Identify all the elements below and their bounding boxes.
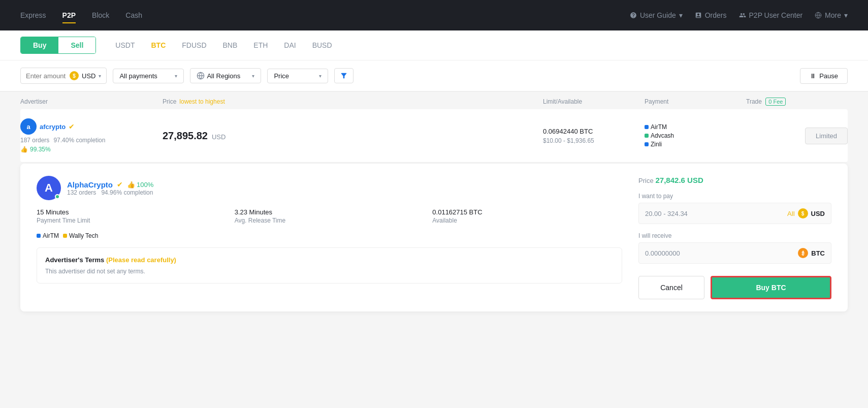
currency-chevron-icon[interactable]: ▾ — [99, 73, 101, 79]
header-trade: Trade 0 Fee — [746, 98, 848, 105]
nav-cash[interactable]: Cash — [125, 7, 142, 23]
payment-dot-zinli — [645, 142, 649, 146]
cancel-button[interactable]: Cancel — [638, 276, 704, 299]
expanded-verified-icon: ✔ — [117, 180, 123, 189]
advertiser-info-1: a afcrypto ✔ 187 orders 97.40% completio… — [20, 118, 163, 153]
exp-payment-airtm: AirTM — [43, 232, 59, 239]
payment-list-1: AirTM Advcash Zinli — [645, 123, 746, 148]
payment-dot-airtm — [645, 125, 649, 129]
buy-btc-button[interactable]: Buy BTC — [711, 276, 831, 299]
terms-title: Advertiser's Terms — [45, 256, 104, 264]
tab-fdusd[interactable]: FDUSD — [175, 38, 213, 52]
terms-read-label: (Please read carefully) — [106, 256, 176, 264]
expanded-row-alphacrypto: A AlphaCrypto ✔ 👍 100% — [20, 164, 848, 311]
sort-label: lowest to highest — [179, 98, 224, 105]
globe-filter-icon — [197, 72, 205, 80]
main-content: Advertiser Price lowest to highest Limit… — [0, 92, 868, 336]
btc-coin-icon: ₿ — [798, 248, 808, 258]
price-chevron-icon: ▾ — [319, 73, 322, 79]
expanded-thumbs-icon: 👍 — [127, 181, 135, 189]
payment-airtm: AirTM — [651, 123, 667, 131]
orders-count-1: 187 orders — [20, 137, 49, 144]
expanded-thumbs-pct: 100% — [137, 181, 153, 189]
pause-icon: ⏸ — [810, 72, 816, 80]
nav-user-guide[interactable]: User Guide ▾ — [630, 11, 683, 19]
receive-label: I will receive — [638, 232, 831, 239]
thumbs-pct-1: 99.35% — [30, 146, 51, 153]
globe-icon — [815, 12, 822, 19]
nav-express[interactable]: Express — [20, 7, 46, 23]
nav-right: User Guide ▾ Orders P2P User Center More… — [630, 11, 848, 19]
tab-eth[interactable]: ETH — [246, 38, 275, 52]
funnel-icon — [340, 72, 348, 80]
tab-usdt[interactable]: USDT — [108, 38, 142, 52]
price-cell-1: 27,895.82 USD — [163, 130, 543, 142]
pause-button[interactable]: ⏸ Pause — [800, 68, 848, 84]
verified-icon-1: ✔ — [69, 122, 75, 131]
nav-p2p[interactable]: P2P — [62, 7, 76, 23]
terms-body: This advertiser did not set any terms. — [45, 268, 614, 275]
limit-range-1: $10.00 - $1,936.65 — [543, 137, 645, 144]
region-filter[interactable]: All Regions ▾ — [190, 68, 261, 83]
completion-1: 97.40% completion — [53, 137, 105, 144]
price-filter[interactable]: Price ▾ — [267, 69, 328, 83]
header-payment: Payment — [645, 98, 746, 105]
online-status-dot — [55, 194, 60, 199]
fee-badge: 0 Fee — [765, 98, 786, 106]
advertiser-name-1[interactable]: afcrypto — [40, 123, 66, 131]
exp-payment-wallytech: Wally Tech — [69, 232, 98, 239]
user-center-icon — [739, 12, 746, 19]
buy-sell-toggle: Buy Sell — [20, 37, 96, 54]
payment-filter[interactable]: All payments ▾ — [113, 69, 184, 83]
nav-left: Express P2P Block Cash — [20, 7, 142, 23]
nav-orders[interactable]: Orders — [695, 11, 727, 19]
payment-dot-advcash — [645, 134, 649, 138]
filter-icon-button[interactable] — [334, 68, 353, 83]
amount-input[interactable] — [26, 72, 67, 80]
tab-busd[interactable]: BUSD — [305, 38, 339, 52]
limited-button[interactable]: Limited — [805, 128, 848, 144]
pay-placeholder: 20.00 - 324.34 — [645, 210, 688, 217]
nav-more[interactable]: More ▾ — [815, 11, 848, 19]
payment-time-item: 15 Minutes Payment Time Limit — [37, 208, 227, 224]
header-limit: Limit/Available — [543, 98, 645, 105]
currency-label: USD — [82, 72, 95, 80]
guide-icon — [630, 12, 637, 19]
exp-payment-dot-wallytech — [63, 234, 67, 238]
receive-input-row: 0.00000000 ₿ BTC — [638, 242, 831, 264]
release-time-item: 3.23 Minutes Avg. Release Time — [235, 208, 425, 224]
nav-block[interactable]: Block — [92, 7, 109, 23]
terms-box: Advertiser's Terms (Please read carefull… — [37, 247, 622, 284]
receive-currency: BTC — [811, 249, 825, 257]
more-chevron-icon: ▾ — [844, 11, 848, 19]
crypto-tabs: USDT BTC FDUSD BNB ETH DAI BUSD — [108, 38, 339, 52]
expanded-completion: 94.96% completion — [101, 189, 153, 196]
expanded-orders: 132 orders — [67, 189, 96, 196]
sell-button[interactable]: Sell — [58, 37, 95, 53]
top-navigation: Express P2P Block Cash User Guide ▾ Orde… — [0, 0, 868, 30]
guide-chevron-icon: ▾ — [679, 11, 683, 19]
table-header: Advertiser Price lowest to highest Limit… — [20, 92, 848, 109]
usd-coin-icon: $ — [70, 71, 79, 80]
payment-zinli: Zinli — [651, 141, 662, 148]
receive-input-group: I will receive 0.00000000 ₿ BTC — [638, 232, 831, 264]
tab-bnb[interactable]: BNB — [216, 38, 245, 52]
amount-input-wrap: $ USD ▾ — [20, 68, 107, 84]
filters-section: $ USD ▾ All payments ▾ All Regions ▾ Pri… — [0, 60, 868, 92]
price-currency-1: USD — [212, 133, 226, 141]
header-advertiser: Advertiser — [20, 98, 163, 105]
sub-navigation: Buy Sell USDT BTC FDUSD BNB ETH DAI BUSD — [0, 30, 868, 60]
buy-button[interactable]: Buy — [21, 37, 58, 53]
tab-dai[interactable]: DAI — [277, 38, 303, 52]
price-value-1: 27,895.82 — [163, 130, 208, 141]
meta-grid: 15 Minutes Payment Time Limit 3.23 Minut… — [37, 208, 622, 224]
region-chevron-icon: ▾ — [252, 73, 254, 79]
nav-p2p-user-center[interactable]: P2P User Center — [739, 11, 803, 19]
expanded-name[interactable]: AlphaCrypto — [67, 180, 113, 189]
pay-input-group: I want to pay 20.00 - 324.34 All $ USD — [638, 193, 831, 224]
receive-placeholder: 0.00000000 — [645, 249, 680, 257]
all-link[interactable]: All — [787, 210, 794, 217]
avatar-afcrypto: a — [20, 118, 37, 135]
tab-btc[interactable]: BTC — [144, 38, 173, 52]
pay-input-row: 20.00 - 324.34 All $ USD — [638, 203, 831, 224]
